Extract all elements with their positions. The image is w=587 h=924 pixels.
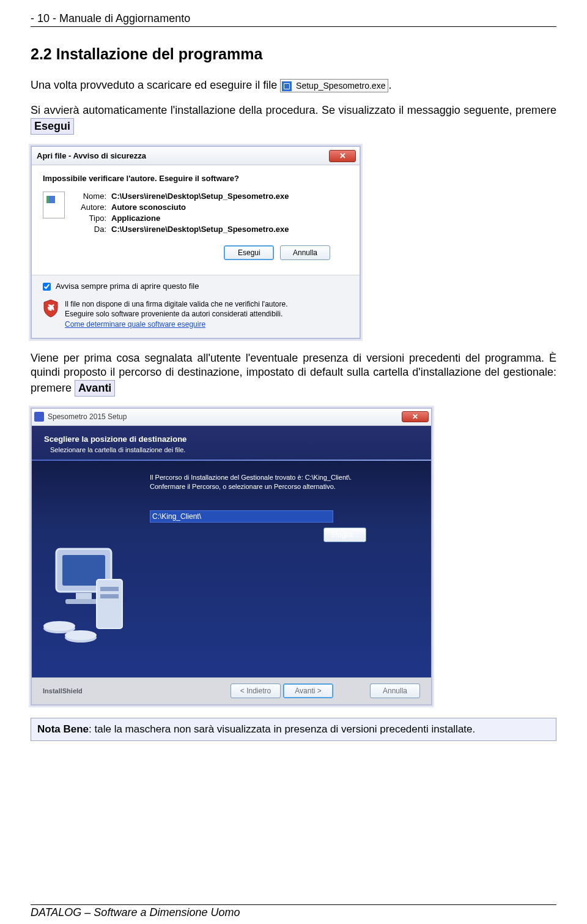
next-button[interactable]: Avanti > xyxy=(283,684,333,698)
security-warning-dialog: Apri file - Avviso di sicurezza ✕ Imposs… xyxy=(31,146,361,339)
cancel-button[interactable]: Annulla xyxy=(280,245,330,260)
close-button[interactable]: ✕ xyxy=(329,150,356,162)
installer-icon xyxy=(282,81,292,91)
installer-bottombar: InstallShield < Indietro Avanti > Annull… xyxy=(32,677,431,704)
installer-sidebar xyxy=(32,461,133,677)
browse-button[interactable]: Sfoglia... xyxy=(323,527,366,542)
file-info-table: Nome:C:\Users\irene\Desktop\Setup_Spesom… xyxy=(72,192,349,236)
installer-titlebar: Spesometro 2015 Setup ✕ xyxy=(32,409,431,426)
paragraph-intro: Una volta provveduto a scaricare ed eseg… xyxy=(31,78,556,92)
page-header: - 10 - Manuale di Aggiornamento xyxy=(31,12,556,27)
checkbox-label: Avvisa sempre prima di aprire questo fil… xyxy=(56,281,199,291)
file-icon xyxy=(43,192,65,218)
installer-close-button[interactable]: ✕ xyxy=(402,411,429,422)
intro-pre: Una volta provveduto a scaricare ed eseg… xyxy=(31,79,280,91)
setup-file-chip: Setup_Spesometro.exe xyxy=(280,79,388,92)
name-value: C:\Users\irene\Desktop\Setup_Spesometro.… xyxy=(111,192,289,201)
from-value: C:\Users\irene\Desktop\Setup_Spesometro.… xyxy=(111,225,289,234)
installer-subheading: Selezionare la cartella di installazione… xyxy=(44,446,419,453)
installshield-brand: InstallShield xyxy=(43,687,227,695)
warn-line2: Eseguire solo software proveniente da au… xyxy=(65,310,282,318)
run-pre: Si avvierà automaticamente l'installazio… xyxy=(31,104,556,116)
warn-line1: Il file non dispone di una firma digital… xyxy=(65,300,288,308)
shield-icon: ✕ xyxy=(43,299,59,318)
security-question: Impossibile verificare l'autore. Eseguir… xyxy=(43,174,349,183)
type-value: Applicazione xyxy=(111,214,160,223)
help-link[interactable]: Come determinare quale software eseguire xyxy=(65,320,205,329)
note-text: : tale la maschera non sarà visualizzata… xyxy=(89,723,475,735)
installer-app-icon xyxy=(34,412,44,422)
back-button[interactable]: < Indietro xyxy=(231,684,281,698)
svg-rect-4 xyxy=(76,593,92,599)
always-warn-checkbox[interactable]: Avvisa sempre prima di aprire questo fil… xyxy=(43,281,349,291)
esegui-label: Esegui xyxy=(31,118,74,135)
installer-dialog: Spesometro 2015 Setup ✕ Scegliere la pos… xyxy=(31,408,432,706)
installer-header: Scegliere la posizione di destinazione S… xyxy=(32,426,431,460)
author-value: Autore sconosciuto xyxy=(111,203,186,212)
svg-text:✕: ✕ xyxy=(47,302,55,313)
computer-illustration xyxy=(38,543,130,647)
checkbox-input[interactable] xyxy=(43,283,51,291)
installer-cancel-button[interactable]: Annulla xyxy=(370,684,420,698)
install-path-input[interactable]: C:\King_Client\ xyxy=(150,510,333,523)
from-label: Da: xyxy=(72,225,106,234)
run-button[interactable]: Esegui xyxy=(224,245,274,260)
shield-warning-text: Il file non dispone di una firma digital… xyxy=(65,299,288,329)
section-title: 2.2 Installazione del programma xyxy=(31,45,556,63)
installer-message: Il Percorso di Installazione del Gestion… xyxy=(150,473,414,492)
avanti-label: Avanti xyxy=(75,380,115,397)
dialog-title: Apri file - Avviso di sicurezza xyxy=(35,151,329,160)
svg-point-10 xyxy=(43,621,75,631)
svg-rect-8 xyxy=(100,594,119,598)
dialog-titlebar: Apri file - Avviso di sicurezza ✕ xyxy=(32,147,360,165)
installer-msg-line2: Confermare il Percorso, o selezionare un… xyxy=(150,483,336,490)
svg-rect-7 xyxy=(100,587,119,591)
note-label: Nota Bene xyxy=(37,723,89,735)
svg-point-12 xyxy=(65,630,97,640)
page-footer: DATALOG – Software a Dimensione Uomo xyxy=(31,904,556,919)
installer-title: Spesometro 2015 Setup xyxy=(48,412,402,421)
paragraph-next: Viene per prima cosa segnalata all'utent… xyxy=(31,351,556,397)
installer-heading: Scegliere la posizione di destinazione xyxy=(44,434,419,444)
name-label: Nome: xyxy=(72,192,106,201)
note-box: Nota Bene: tale la maschera non sarà vis… xyxy=(31,718,556,741)
intro-post: . xyxy=(388,79,391,91)
setup-file-label: Setup_Spesometro.exe xyxy=(296,81,385,91)
installer-msg-line1: Il Percorso di Installazione del Gestion… xyxy=(150,474,352,481)
type-label: Tipo: xyxy=(72,214,106,223)
paragraph-run: Si avvierà automaticamente l'installazio… xyxy=(31,103,556,135)
author-label: Autore: xyxy=(72,203,106,212)
